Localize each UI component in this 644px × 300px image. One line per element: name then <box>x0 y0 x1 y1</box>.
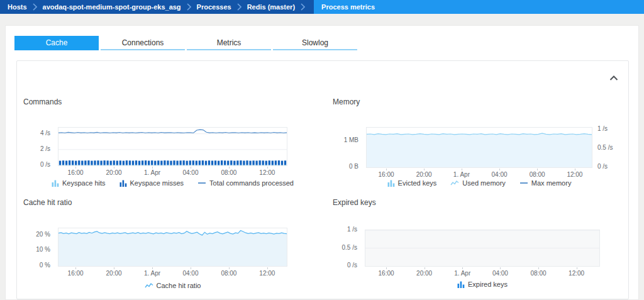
x-axis-label: 20:00 <box>106 270 122 277</box>
x-axis-label: 12:00 <box>569 270 584 277</box>
x-tick-mark <box>114 267 114 269</box>
x-axis-label: 08:00 <box>221 270 236 277</box>
x-axis: 16:0020:001. Apr04:0008:0012:00 <box>58 267 287 279</box>
breadcrumb: Hosts avodaq-spot-medium-spot-group-eks_… <box>0 0 644 14</box>
charts-panel: Commands 0 /s2 /s4 /s 16:0020:001. Apr04… <box>16 60 629 299</box>
breadcrumb-item-redis[interactable]: Redis (master) <box>246 3 296 11</box>
x-tick-mark <box>191 167 191 169</box>
legend-item[interactable]: Keyspace hits <box>52 179 105 187</box>
y-axis-label: 0 /s <box>40 161 50 168</box>
x-axis-label: 1. Apr <box>454 270 470 277</box>
legend-item[interactable]: Total commands processed <box>197 179 294 187</box>
x-tick-mark <box>267 167 268 169</box>
chart-legend: Evicted keysUsed memoryMax memory <box>366 179 592 187</box>
y-axis: 0 /s0.5 /s1 /s <box>333 230 361 267</box>
legend-item[interactable]: Used memory <box>450 179 505 187</box>
y-axis-label: 20 % <box>36 231 50 238</box>
x-axis-label: 12:00 <box>259 270 275 277</box>
tab-metrics[interactable]: Metrics <box>187 36 271 50</box>
x-axis: 16:0020:001. Apr04:0008:0012:00 <box>366 169 592 180</box>
y-axis-label: 0.5 /s <box>342 244 357 251</box>
chart-title: Expired keys <box>333 198 376 207</box>
y-axis: 0 /s2 /s4 /s <box>23 127 54 166</box>
chart-expired-keys: Expired keys 0 /s0.5 /s1 /s 16:0020:001.… <box>333 193 625 297</box>
chevron-up-icon <box>609 72 618 83</box>
line-series-icon <box>519 179 528 187</box>
y-axis-label: 0 % <box>40 262 50 269</box>
x-axis-label: 20:00 <box>416 171 432 178</box>
legend-item[interactable]: Expired keys <box>457 281 508 288</box>
x-axis-label: 20:00 <box>106 169 122 176</box>
x-tick-mark <box>425 267 425 269</box>
tab-connections[interactable]: Connections <box>101 36 185 50</box>
chart-legend: Expired keys <box>365 281 600 288</box>
legend-label: Evicted keys <box>398 179 437 187</box>
legend-item[interactable]: Keyspace misses <box>119 179 184 187</box>
legend-item[interactable]: Evicted keys <box>387 179 437 187</box>
chart-title: Commands <box>23 97 62 106</box>
x-axis-label: 08:00 <box>530 270 546 277</box>
chart-memory: Memory 0 B1 MB 0 /s0.5 /s1 /s 16:0020:00… <box>333 92 625 193</box>
chart-title: Memory <box>333 97 360 106</box>
x-tick-mark <box>424 169 425 170</box>
x-axis-label: 08:00 <box>530 171 545 178</box>
chevron-right-icon <box>301 3 305 11</box>
legend-label: Used memory <box>462 179 505 187</box>
plot-area[interactable] <box>58 127 287 166</box>
x-axis-label: 20:00 <box>416 270 432 277</box>
chart-commands: Commands 0 /s2 /s4 /s 16:0020:001. Apr04… <box>23 92 308 193</box>
bar-chart-icon <box>457 281 465 288</box>
y-axis-label: 10 % <box>36 246 50 253</box>
x-axis-label: 12:00 <box>259 169 275 176</box>
chart-cache-hit-ratio: Cache hit ratio 0 %10 %20 % 16:0020:001.… <box>23 193 308 297</box>
tab-cache[interactable]: Cache <box>14 36 99 50</box>
x-tick-mark <box>462 267 463 269</box>
legend-item[interactable]: Max memory <box>519 179 572 187</box>
x-axis-label: 1. Apr <box>453 171 470 178</box>
tab-bar: Cache Connections Metrics Slowlog <box>14 36 357 50</box>
y-axis-right-label: 0 /s <box>597 163 608 170</box>
breadcrumb-item-hosts[interactable]: Hosts <box>6 3 28 11</box>
x-axis-label: 16:00 <box>379 171 394 178</box>
bar-chart-icon <box>119 179 127 187</box>
tab-slowlog[interactable]: Slowlog <box>273 36 357 50</box>
plot-area[interactable] <box>58 228 287 267</box>
y-axis-label: 1 MB <box>344 136 358 143</box>
y-axis-right-label: 0.5 /s <box>597 144 613 151</box>
legend-label: Expired keys <box>468 281 508 288</box>
chart-legend: Cache hit ratio <box>58 282 287 289</box>
breadcrumb-item-host-group[interactable]: avodaq-spot-medium-spot-group-eks_asg <box>42 3 182 11</box>
x-tick-mark <box>267 267 268 269</box>
x-axis: 16:0020:001. Apr04:0008:0012:00 <box>58 167 287 178</box>
legend-label: Max memory <box>531 179 572 187</box>
x-axis-label: 04:00 <box>492 270 508 277</box>
legend-item[interactable]: Cache hit ratio <box>145 282 201 289</box>
line-series-icon <box>197 179 206 187</box>
legend-label: Total commands processed <box>209 179 294 187</box>
x-tick-mark <box>191 267 191 269</box>
x-axis-label: 12:00 <box>567 171 582 178</box>
x-axis-label: 1. Apr <box>144 169 160 176</box>
x-tick-mark <box>537 169 538 170</box>
breadcrumb-item-processes[interactable]: Processes <box>196 3 233 11</box>
legend-label: Cache hit ratio <box>157 282 201 289</box>
chart-legend: Keyspace hitsKeyspace missesTotal comman… <box>58 179 287 187</box>
bar-chart-icon <box>387 179 395 187</box>
chart-title: Cache hit ratio <box>23 198 72 207</box>
breadcrumb-trail: Hosts avodaq-spot-medium-spot-group-eks_… <box>0 0 309 14</box>
legend-label: Keyspace hits <box>62 179 105 187</box>
x-tick-mark <box>152 267 153 269</box>
plot-area[interactable] <box>365 230 600 267</box>
x-tick-mark <box>500 267 501 269</box>
x-tick-mark <box>114 167 114 169</box>
plot-area[interactable] <box>366 127 592 168</box>
x-axis-label: 16:00 <box>379 270 394 277</box>
x-tick-mark <box>462 169 462 170</box>
collapse-panel-button[interactable] <box>609 75 618 81</box>
x-axis-label: 04:00 <box>182 270 198 277</box>
chevron-right-icon <box>33 3 37 11</box>
x-axis-label: 16:00 <box>68 169 84 176</box>
legend-label: Keyspace misses <box>130 179 184 187</box>
x-axis: 16:0020:001. Apr04:0008:0012:00 <box>365 267 600 279</box>
breadcrumb-item-process-metrics: Process metrics <box>314 0 644 14</box>
